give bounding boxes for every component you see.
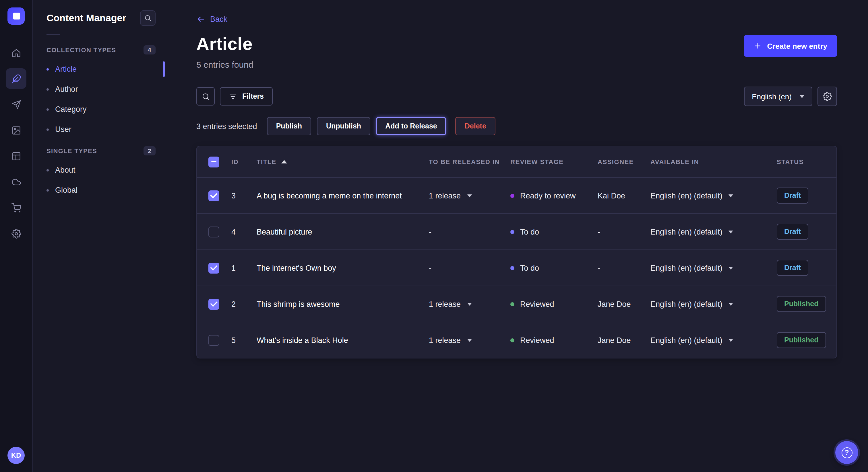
stage-dot-icon xyxy=(510,194,515,198)
sidebar-item-about[interactable]: About xyxy=(33,160,165,180)
cell-id: 2 xyxy=(231,300,257,308)
nav-item-marketplace[interactable] xyxy=(6,197,26,218)
table-row[interactable]: 2 This shrimp is awesome 1 release Revie… xyxy=(197,285,836,322)
create-new-entry-button[interactable]: Create new entry xyxy=(744,35,837,57)
col-header-to-be-released-in: TO BE RELEASED IN xyxy=(429,158,510,165)
page-title: Article xyxy=(196,34,253,55)
cell-review-stage: Reviewed xyxy=(510,336,598,344)
sidebar-title: Content Manager xyxy=(46,12,126,24)
sidebar-search-button[interactable] xyxy=(140,10,156,26)
stage-dot-icon xyxy=(510,266,515,270)
back-link[interactable]: Back xyxy=(196,15,227,24)
sidebar-item-user[interactable]: User xyxy=(33,119,165,139)
sidebar-item-category[interactable]: Category xyxy=(33,99,165,119)
chevron-down-icon[interactable] xyxy=(729,230,733,233)
arrow-left-icon xyxy=(196,15,205,24)
cell-available-in: English (en) (default) xyxy=(650,227,777,236)
cell-title: This shrimp is awesome xyxy=(257,300,429,308)
filter-icon xyxy=(228,92,237,101)
cell-id: 1 xyxy=(231,264,257,272)
nav-item-content-manager[interactable] xyxy=(6,68,26,89)
cell-release: 1 release xyxy=(429,191,510,200)
collection-types-count-badge: 4 xyxy=(144,45,156,55)
table-row[interactable]: 5 What's inside a Black Hole 1 release R… xyxy=(197,322,836,358)
back-label: Back xyxy=(210,15,227,24)
chevron-down-icon[interactable] xyxy=(467,339,472,341)
add-to-release-button[interactable]: Add to Release xyxy=(376,117,446,135)
nav-item-media-library[interactable] xyxy=(6,120,26,140)
entries-count: 5 entries found xyxy=(196,60,253,69)
create-new-entry-label: Create new entry xyxy=(767,42,827,50)
publish-button[interactable]: Publish xyxy=(267,117,311,135)
locale-selected-value: English (en) xyxy=(752,92,792,101)
chevron-down-icon[interactable] xyxy=(729,339,733,341)
cell-review-stage: Ready to review xyxy=(510,191,598,200)
status-badge: Published xyxy=(777,296,826,312)
cell-review-stage: Reviewed xyxy=(510,300,598,308)
paper-plane-icon xyxy=(11,100,21,109)
stage-dot-icon xyxy=(510,230,515,234)
image-icon xyxy=(11,125,21,135)
row-checkbox[interactable] xyxy=(208,299,219,309)
sidebar-item-article[interactable]: Article xyxy=(33,59,165,79)
strapi-logo[interactable] xyxy=(7,7,25,25)
single-types-count-badge: 2 xyxy=(144,146,156,156)
status-badge: Draft xyxy=(777,188,808,204)
chevron-down-icon[interactable] xyxy=(467,194,472,197)
unpublish-button[interactable]: Unpublish xyxy=(317,117,370,135)
cell-release: - xyxy=(429,264,510,272)
help-button[interactable]: ? xyxy=(835,441,858,464)
collection-types-label: COLLECTION TYPES xyxy=(46,46,116,53)
search-button[interactable] xyxy=(196,87,215,105)
row-checkbox[interactable] xyxy=(208,226,219,237)
view-settings-button[interactable] xyxy=(817,87,837,106)
delete-button[interactable]: Delete xyxy=(456,117,495,135)
cell-review-stage: To do xyxy=(510,264,598,272)
cell-release: - xyxy=(429,227,510,236)
chevron-down-icon[interactable] xyxy=(729,194,733,197)
cell-assignee: Jane Doe xyxy=(598,300,650,308)
select-all-checkbox[interactable] xyxy=(208,156,219,167)
table-row[interactable]: 3 A bug is becoming a meme on the intern… xyxy=(197,177,836,213)
chevron-down-icon[interactable] xyxy=(729,303,733,305)
row-checkbox[interactable] xyxy=(208,190,219,201)
chevron-down-icon[interactable] xyxy=(729,266,733,269)
bullet-icon xyxy=(46,128,49,131)
cell-title: What's inside a Black Hole xyxy=(257,336,429,344)
col-header-review-stage: REVIEW STAGE xyxy=(510,158,598,165)
cloud-icon xyxy=(11,177,21,187)
locale-select[interactable]: English (en) xyxy=(744,87,812,106)
table-header-row: ID TITLE TO BE RELEASED IN REVIEW STAGE … xyxy=(197,146,836,177)
single-types-label: SINGLE TYPES xyxy=(46,147,97,154)
nav-item-deploy[interactable] xyxy=(6,171,26,192)
cell-id: 5 xyxy=(231,336,257,344)
nav-item-releases[interactable] xyxy=(6,94,26,115)
chevron-down-icon[interactable] xyxy=(467,303,472,305)
cell-title: Beautiful picture xyxy=(257,227,429,236)
status-badge: Draft xyxy=(777,224,808,240)
bullet-icon xyxy=(46,189,49,191)
nav-item-content-type-builder[interactable] xyxy=(6,146,26,166)
nav-item-home[interactable] xyxy=(6,42,26,63)
gear-icon xyxy=(823,92,832,101)
layout-icon xyxy=(11,151,21,161)
cell-available-in: English (en) (default) xyxy=(650,264,777,272)
stage-dot-icon xyxy=(510,338,515,342)
sort-ascending-icon[interactable] xyxy=(282,160,287,164)
col-header-title[interactable]: TITLE xyxy=(257,158,429,165)
main-nav: KD xyxy=(0,0,33,472)
row-checkbox[interactable] xyxy=(208,262,219,273)
table-row[interactable]: 1 The internet's Own boy - To do - Engli… xyxy=(197,249,836,285)
user-avatar[interactable]: KD xyxy=(7,447,25,464)
status-badge: Published xyxy=(777,332,826,348)
nav-item-settings[interactable] xyxy=(6,223,26,244)
app-root: KD Content Manager COLLECTION TYPES 4 Ar… xyxy=(0,0,868,472)
row-checkbox[interactable] xyxy=(208,335,219,345)
filters-button[interactable]: Filters xyxy=(220,87,272,105)
table-row[interactable]: 4 Beautiful picture - To do - English (e… xyxy=(197,213,836,249)
gear-icon xyxy=(11,229,21,238)
sidebar-item-global[interactable]: Global xyxy=(33,180,165,200)
page-heading: Article 5 entries found xyxy=(196,34,253,69)
sidebar-item-author[interactable]: Author xyxy=(33,79,165,99)
cell-release: 1 release xyxy=(429,300,510,308)
